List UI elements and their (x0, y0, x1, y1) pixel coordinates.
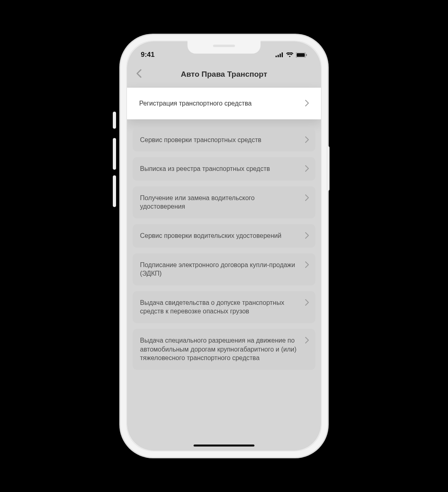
list-item-label: Выписка из реестра транспортных средств (140, 165, 270, 172)
chevron-right-icon (305, 194, 309, 203)
home-indicator[interactable] (194, 445, 254, 447)
page-title: Авто Права Транспорт (181, 70, 267, 79)
list-item[interactable]: Выписка из реестра транспортных средств (133, 157, 315, 181)
svg-rect-3 (282, 52, 283, 57)
list-item-label: Регистрация транспортного средства (139, 100, 252, 107)
list-item-label: Подписание электронного договора купли-п… (140, 261, 295, 277)
chevron-right-icon (305, 100, 309, 109)
svg-rect-2 (280, 54, 281, 57)
svg-rect-6 (306, 54, 307, 56)
status-right (276, 52, 307, 58)
list-item-label: Сервис проверки водительских удостоверен… (140, 232, 281, 239)
status-time: 9:41 (141, 51, 155, 59)
list-item[interactable]: Сервис проверки транспортных средств (133, 128, 315, 152)
list-item[interactable]: Получение или замена водительского удост… (133, 186, 315, 218)
chevron-right-icon (305, 261, 309, 270)
signal-icon (276, 52, 284, 57)
list-item[interactable]: Выдача свидетельства о допуске транспорт… (133, 291, 315, 323)
chevron-right-icon (305, 232, 309, 241)
list-item-label: Сервис проверки транспортных средств (140, 136, 261, 143)
list-item[interactable]: Регистрация транспортного средства (127, 88, 321, 119)
svg-rect-0 (276, 56, 277, 57)
list-item[interactable]: Выдача специального разрешения на движен… (133, 329, 315, 370)
list-item[interactable]: Подписание электронного договора купли-п… (133, 253, 315, 285)
back-button[interactable] (133, 68, 145, 80)
services-list: Регистрация транспортного средства Серви… (127, 85, 321, 370)
header: Авто Права Транспорт (127, 63, 321, 85)
chevron-right-icon (305, 299, 309, 308)
phone-mockup: 9:41 (121, 35, 327, 457)
svg-rect-1 (278, 55, 279, 57)
list-item-label: Выдача специального разрешения на движен… (140, 337, 297, 361)
notch (187, 41, 261, 54)
list-item-label: Выдача свидетельства о допуске транспорт… (140, 299, 284, 315)
screen: 9:41 (127, 41, 321, 451)
battery-icon (296, 52, 307, 58)
list-item[interactable]: Сервис проверки водительских удостоверен… (133, 224, 315, 248)
list-item-label: Получение или замена водительского удост… (140, 194, 255, 210)
chevron-right-icon (305, 136, 309, 145)
chevron-right-icon (305, 337, 309, 346)
chevron-right-icon (305, 165, 309, 174)
svg-rect-5 (297, 53, 305, 57)
wifi-icon (286, 52, 293, 57)
chevron-left-icon (136, 69, 142, 80)
